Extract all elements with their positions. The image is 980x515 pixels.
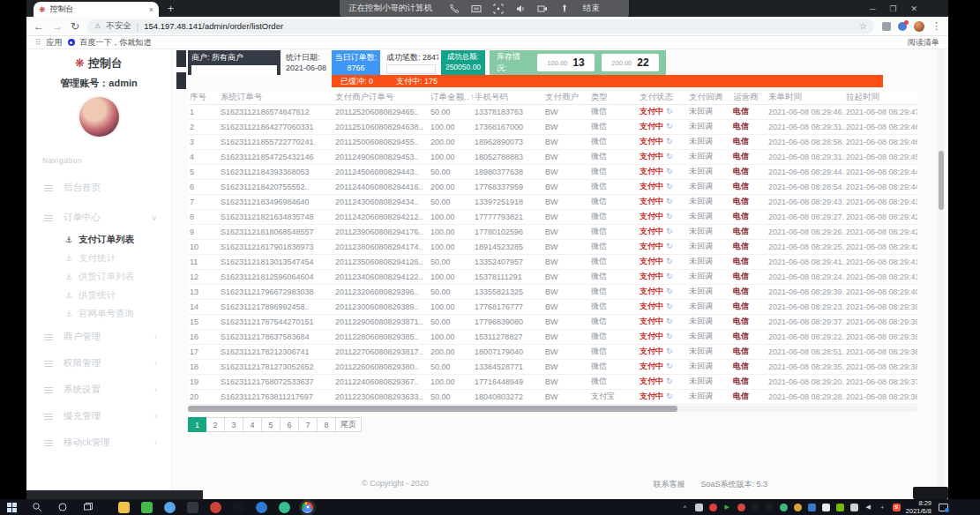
sidebar-group[interactable]: 权限管理›: [26, 351, 171, 376]
display-icon[interactable]: [850, 504, 858, 511]
refresh-status-icon[interactable]: ↻: [666, 152, 673, 160]
app-teal-icon[interactable]: [279, 502, 290, 513]
panel-toggle-2[interactable]: [176, 72, 186, 89]
sidebar-item-home[interactable]: 后台首页: [26, 175, 171, 200]
tray-ball-icon[interactable]: [737, 504, 745, 511]
menu-kebab-icon[interactable]: ⋮: [931, 20, 941, 32]
page-button-3[interactable]: 3: [225, 417, 243, 432]
qq-tray-icon[interactable]: [752, 504, 759, 511]
sidebar-group[interactable]: 系统设置›: [26, 377, 171, 402]
maximize-button[interactable]: ❐: [889, 4, 896, 13]
sidebar-item-order-center[interactable]: 订单中心∨: [26, 205, 171, 230]
refresh-status-icon[interactable]: ↻: [666, 377, 673, 385]
qq-icon[interactable]: [233, 502, 244, 513]
windows-start-icon[interactable]: [7, 503, 17, 512]
sort-icon[interactable]: ⇅: [468, 93, 473, 101]
page-button-4[interactable]: 4: [243, 417, 262, 432]
bookmark-star-icon[interactable]: ☆: [859, 21, 867, 31]
speaker-icon[interactable]: [515, 4, 526, 14]
tray-window-icon[interactable]: [695, 504, 703, 511]
tray-gold-icon[interactable]: [794, 504, 802, 511]
profile-avatar[interactable]: [914, 21, 924, 32]
cortana-icon[interactable]: [57, 502, 68, 512]
app-blue-icon[interactable]: [256, 502, 267, 513]
refresh-status-icon[interactable]: ↻: [666, 302, 673, 310]
close-button[interactable]: ✕: [910, 4, 917, 13]
browser-tab[interactable]: ❋ 控制台 ×: [34, 2, 159, 17]
reload-icon[interactable]: ↻: [71, 21, 79, 32]
taskbar-clock[interactable]: 8:29 2021/6/8: [906, 499, 931, 515]
screenshot-icon[interactable]: [493, 4, 504, 14]
refresh-status-icon[interactable]: ↻: [666, 182, 673, 190]
success-count-input[interactable]: [386, 64, 436, 74]
refresh-status-icon[interactable]: ↻: [666, 257, 673, 265]
last-page-button[interactable]: 尾页: [336, 417, 362, 432]
file-explorer-icon[interactable]: [118, 502, 130, 513]
page-button-8[interactable]: 8: [318, 417, 336, 432]
phone-icon[interactable]: [449, 4, 460, 14]
vertical-scrollbar-thumb[interactable]: [939, 151, 944, 210]
tray-play-icon[interactable]: ▶: [723, 504, 731, 511]
notification-center-icon[interactable]: [939, 504, 948, 511]
browser-red-icon[interactable]: [210, 502, 221, 513]
wechat-icon[interactable]: [141, 502, 153, 513]
panel-toggle-1[interactable]: [176, 50, 186, 67]
sidebar-subitem[interactable]: ⚓支付订单列表: [26, 230, 171, 249]
apps-label[interactable]: 应用: [47, 37, 63, 49]
keyboard-icon[interactable]: [471, 4, 482, 14]
sidebar-subitem[interactable]: ⚓支付统计: [26, 249, 171, 267]
page-button-2[interactable]: 2: [206, 417, 225, 432]
bottom-dark-widget[interactable]: [913, 487, 948, 499]
extension-icon[interactable]: [882, 22, 891, 31]
refresh-status-icon[interactable]: ↻: [666, 167, 673, 175]
sogou-icon[interactable]: S: [893, 504, 901, 511]
refresh-status-icon[interactable]: ↻: [666, 362, 673, 370]
sidebar-subitem[interactable]: ⚓供货统计: [26, 286, 171, 304]
page-button-6[interactable]: 6: [281, 417, 299, 432]
horizontal-scrollbar-thumb[interactable]: [188, 406, 677, 412]
qq-tray-icon-2[interactable]: [766, 504, 774, 511]
sidebar-group[interactable]: 慢充管理›: [26, 404, 171, 429]
task-view-icon[interactable]: [83, 502, 94, 512]
page-button-7[interactable]: 7: [299, 417, 318, 432]
refresh-status-icon[interactable]: ↻: [666, 332, 673, 340]
sidebar-group[interactable]: 移动ck管理›: [26, 430, 171, 455]
page-button-5[interactable]: 5: [262, 417, 281, 432]
chrome-icon[interactable]: [302, 502, 313, 513]
pin-icon[interactable]: [559, 4, 570, 14]
tray-red-app-icon[interactable]: [709, 504, 717, 511]
refresh-status-icon[interactable]: ↻: [666, 197, 673, 205]
bookmark-baidu[interactable]: 百度一下，你就知道: [80, 37, 152, 49]
stat-date-value[interactable]: 2021-06-08: [286, 63, 326, 72]
back-icon[interactable]: ←: [34, 21, 44, 32]
reading-list-label[interactable]: 阅读清单: [908, 37, 939, 49]
merchant-select-input[interactable]: [191, 65, 277, 75]
sidebar-group[interactable]: 商户管理›: [26, 325, 171, 349]
tray-expand-icon[interactable]: ^: [681, 504, 689, 511]
refresh-status-icon[interactable]: ↻: [666, 317, 673, 325]
refresh-status-icon[interactable]: ↻: [666, 242, 673, 250]
refresh-status-icon[interactable]: ↻: [666, 347, 673, 355]
minimize-button[interactable]: ─: [870, 4, 875, 13]
refresh-status-icon[interactable]: ↻: [666, 107, 673, 116]
contact-support-link[interactable]: 联系客服: [653, 479, 685, 490]
column-header[interactable]: 订单金额.. ⇅: [429, 91, 473, 104]
nvidia-icon[interactable]: [836, 504, 844, 511]
video-icon[interactable]: [537, 4, 548, 14]
pin-plus-icon[interactable]: +: [879, 504, 886, 511]
new-tab-button[interactable]: +: [168, 3, 174, 15]
terminal-icon[interactable]: [187, 502, 198, 513]
volume-icon[interactable]: ◀: [864, 504, 872, 511]
search-icon[interactable]: [32, 502, 42, 512]
refresh-status-icon[interactable]: ↻: [666, 212, 673, 220]
tray-white-icon[interactable]: [822, 504, 830, 511]
sidebar-subitem[interactable]: ⚓官网单号查询: [26, 304, 171, 323]
tray-blue-icon[interactable]: [808, 504, 816, 511]
end-control-button[interactable]: 结束: [583, 3, 600, 14]
refresh-status-icon[interactable]: ↻: [666, 287, 673, 295]
refresh-status-icon[interactable]: ↻: [666, 122, 673, 131]
sidebar-subitem[interactable]: ⚓供货订单列表: [26, 267, 171, 286]
user-avatar[interactable]: [79, 97, 119, 137]
refresh-status-icon[interactable]: ↻: [666, 272, 673, 280]
address-bar[interactable]: ⚠ 不安全 | 154.197.48.141/admin/order/listO…: [87, 19, 874, 34]
